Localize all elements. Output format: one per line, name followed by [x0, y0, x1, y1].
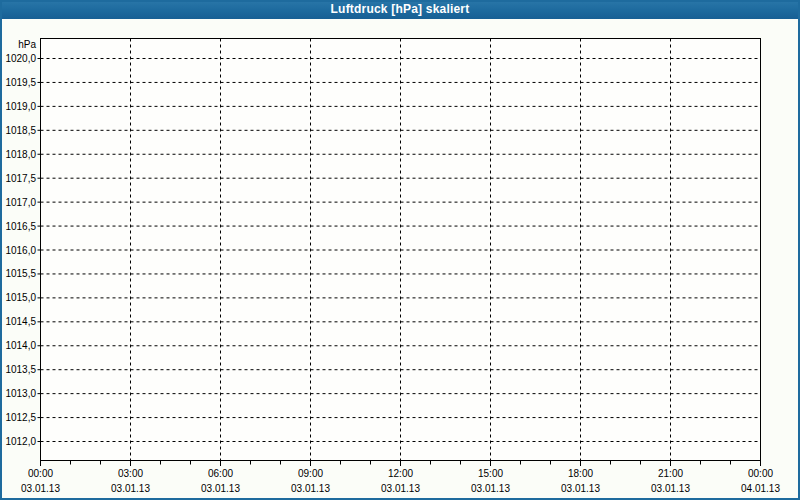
- y-tick-label: 1018,5: [5, 125, 36, 136]
- x-time-label: 15:00: [478, 468, 503, 479]
- x-time-label: 21:00: [658, 468, 683, 479]
- x-date-label: 03.01.13: [651, 483, 690, 494]
- y-tick-label: 1019,0: [5, 101, 36, 112]
- x-time-label: 12:00: [388, 468, 413, 479]
- chart-window: Luftdruck [hPa] skaliert 1020,01019,5101…: [0, 0, 800, 500]
- y-tick-label: 1013,5: [5, 364, 36, 375]
- x-time-label: 09:00: [298, 468, 323, 479]
- x-time-label: 03:00: [118, 468, 143, 479]
- y-tick-label: 1020,0: [5, 53, 36, 64]
- y-tick-label: 1014,0: [5, 340, 36, 351]
- y-axis-unit-label: hPa: [18, 39, 36, 50]
- x-date-label: 04.01.13: [741, 483, 780, 494]
- y-tick-label: 1015,5: [5, 268, 36, 279]
- x-date-label: 03.01.13: [561, 483, 600, 494]
- x-time-label: 18:00: [568, 468, 593, 479]
- chart-canvas: 1020,01019,51019,01018,51018,01017,51017…: [0, 0, 800, 500]
- x-date-label: 03.01.13: [381, 483, 420, 494]
- x-date-label: 03.01.13: [471, 483, 510, 494]
- y-tick-label: 1017,0: [5, 197, 36, 208]
- x-time-label: 00:00: [28, 468, 53, 479]
- y-tick-label: 1014,5: [5, 316, 36, 327]
- y-tick-label: 1018,0: [5, 149, 36, 160]
- y-tick-label: 1017,5: [5, 173, 36, 184]
- y-tick-label: 1016,5: [5, 221, 36, 232]
- y-tick-label: 1012,0: [5, 436, 36, 447]
- x-date-label: 03.01.13: [21, 483, 60, 494]
- y-tick-label: 1012,5: [5, 412, 36, 423]
- x-date-label: 03.01.13: [111, 483, 150, 494]
- x-time-label: 06:00: [208, 468, 233, 479]
- y-tick-label: 1015,0: [5, 292, 36, 303]
- x-date-label: 03.01.13: [201, 483, 240, 494]
- x-time-label: 00:00: [748, 468, 773, 479]
- y-tick-label: 1019,5: [5, 77, 36, 88]
- y-tick-label: 1013,0: [5, 388, 36, 399]
- y-tick-label: 1016,0: [5, 245, 36, 256]
- x-date-label: 03.01.13: [291, 483, 330, 494]
